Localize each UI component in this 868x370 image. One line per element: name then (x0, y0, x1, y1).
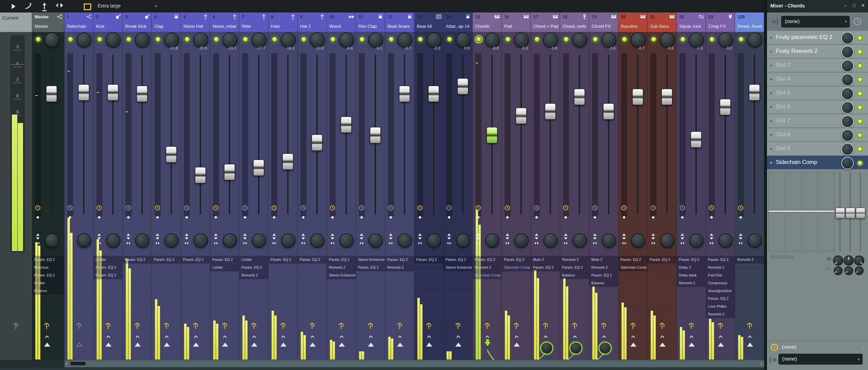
plugin-chip[interactable]: Param. EQ 2 (473, 256, 501, 264)
plugin-chip[interactable]: Reeverb 2 (327, 264, 356, 271)
plugin-slot-row[interactable] (269, 310, 297, 318)
scroll-right-icon[interactable]: › (761, 361, 762, 366)
slot-expand-icon[interactable]: ▸ (770, 91, 772, 95)
stereo-separation-icon[interactable] (301, 242, 305, 246)
plugin-slot-row[interactable] (502, 287, 531, 295)
plugin-slot-row[interactable]: Param. EQ 2 (32, 271, 64, 280)
fader-track[interactable] (608, 55, 609, 214)
plugin-slot-row[interactable] (385, 310, 414, 318)
plugin-slot-row[interactable]: Param. EQ 2 (706, 256, 735, 264)
route-up-chevron-icon[interactable] (748, 335, 752, 338)
plugin-slot-row[interactable] (152, 271, 181, 280)
slot-enable-led[interactable] (857, 160, 863, 166)
plugin-slot-row[interactable]: Param. EQ 2 (210, 256, 239, 264)
volume-fader[interactable] (224, 164, 235, 180)
plugin-slot-row[interactable] (298, 287, 327, 295)
track-header[interactable]: 13Beat All (414, 13, 443, 32)
track-delay-clock-icon[interactable] (709, 205, 714, 211)
plugin-chip[interactable]: Fast Dist (706, 271, 735, 279)
track-fx-knob[interactable] (514, 33, 529, 47)
effect-slot-9[interactable]: ▸Slot 9 (767, 142, 868, 156)
pan-knob[interactable] (106, 233, 120, 248)
plugin-slot-row[interactable]: Param. EQ 2 (414, 256, 443, 264)
route-up-chevron-icon[interactable] (514, 335, 519, 338)
plugin-slot-row[interactable] (589, 303, 618, 311)
pan-knob[interactable] (223, 233, 237, 248)
plugin-slot-row[interactable]: Delay 3 (677, 264, 706, 272)
plugin-slot-row[interactable] (94, 287, 122, 295)
plugin-chip[interactable]: Stereo Enhancer (443, 264, 472, 271)
plugin-slot-row[interactable] (210, 279, 239, 287)
route-up-chevron-icon[interactable] (398, 335, 402, 338)
swap-channels-icon[interactable] (505, 233, 510, 238)
swap-channels-icon[interactable] (330, 233, 335, 238)
plugin-slot-row[interactable] (123, 271, 152, 280)
mute-led[interactable] (155, 36, 161, 42)
plugin-slot-row[interactable]: Mute 2 (589, 256, 618, 264)
track-delay-clock-icon[interactable] (388, 205, 394, 211)
fader-track[interactable] (200, 55, 201, 214)
solo-dot[interactable] (360, 216, 363, 219)
route-up-chevron-icon[interactable] (602, 335, 606, 338)
plugin-slot-row[interactable] (560, 310, 589, 318)
plugin-slot-row[interactable] (473, 310, 501, 318)
plugin-slot-row[interactable] (64, 271, 93, 280)
dock-icon[interactable] (56, 3, 63, 9)
plugin-slot-row[interactable] (152, 287, 181, 295)
swap-channels-icon[interactable] (709, 233, 714, 238)
play-icon[interactable] (9, 3, 17, 9)
solo-dot[interactable] (37, 216, 39, 219)
plugin-slot-row[interactable]: Compressor (706, 279, 735, 287)
plugin-slot-row[interactable] (152, 303, 181, 311)
plugin-slot-row[interactable] (502, 271, 531, 280)
plugin-slot-row[interactable]: Maximus (32, 264, 64, 272)
swap-channels-icon[interactable] (359, 233, 364, 238)
plugin-slot-row[interactable]: Reeverb 2 (327, 264, 356, 272)
effect-slot-8[interactable]: ▸Slot 8 (767, 128, 868, 142)
track-fx-knob[interactable] (397, 33, 412, 47)
plugin-slot-row[interactable] (618, 279, 647, 287)
mute-led[interactable] (126, 36, 132, 42)
plugin-slot-row[interactable]: Soundgoodizer (706, 287, 735, 295)
plugin-chip[interactable]: Param. EQ 2 (385, 256, 414, 264)
plugin-slot-row[interactable] (618, 295, 647, 303)
slot-enable-led[interactable] (857, 91, 863, 97)
plugin-slot-row[interactable] (210, 287, 239, 295)
stereo-separation-icon[interactable] (97, 242, 101, 246)
swap-channels-icon[interactable] (214, 233, 218, 238)
pan-knob[interactable] (194, 233, 208, 248)
plugin-chip[interactable]: Param. EQ 2 (94, 271, 122, 279)
track-fx-knob[interactable] (747, 33, 762, 47)
plugin-slot-row[interactable] (618, 303, 647, 311)
plugin-slot-row[interactable] (618, 310, 647, 318)
fader-track[interactable] (550, 55, 551, 214)
mute-led[interactable] (505, 36, 511, 42)
solo-dot[interactable] (506, 216, 509, 219)
plugin-chip[interactable]: Param. EQ 2 (531, 264, 560, 271)
plugin-slot-row[interactable] (356, 303, 385, 311)
track-fx-knob[interactable] (660, 33, 675, 47)
sidechain-level-knob[interactable] (569, 342, 583, 355)
swap-channels-icon[interactable] (68, 233, 72, 238)
stereo-separation-icon[interactable] (272, 242, 276, 246)
plugin-slot-row[interactable] (152, 264, 181, 272)
track-delay-clock-icon[interactable] (330, 205, 335, 211)
route-up-chevron-icon[interactable] (485, 335, 490, 338)
route-up-arrow-icon[interactable] (397, 343, 403, 347)
plugin-chip[interactable]: Limiter (94, 256, 122, 264)
plugin-slot-row[interactable]: Limiter (239, 256, 268, 264)
fader-track[interactable] (258, 55, 259, 214)
volume-fader[interactable] (195, 167, 206, 183)
solo-dot[interactable] (477, 216, 479, 219)
eq-band-slider-1[interactable] (835, 208, 845, 219)
track-delay-clock-icon[interactable] (621, 205, 627, 211)
track-delay-clock-icon[interactable] (300, 205, 306, 211)
detach-frame-icon[interactable] (84, 3, 91, 10)
route-up-chevron-icon[interactable] (369, 335, 373, 338)
route-up-arrow-icon[interactable] (689, 343, 695, 347)
plugin-slot-row[interactable]: Param. EQ 2 (473, 256, 501, 264)
track-header[interactable]: 16Pad (502, 13, 531, 32)
plugin-slot-row[interactable] (239, 295, 268, 303)
route-up-chevron-icon[interactable] (310, 335, 315, 338)
plugin-slot-row[interactable] (123, 287, 152, 295)
